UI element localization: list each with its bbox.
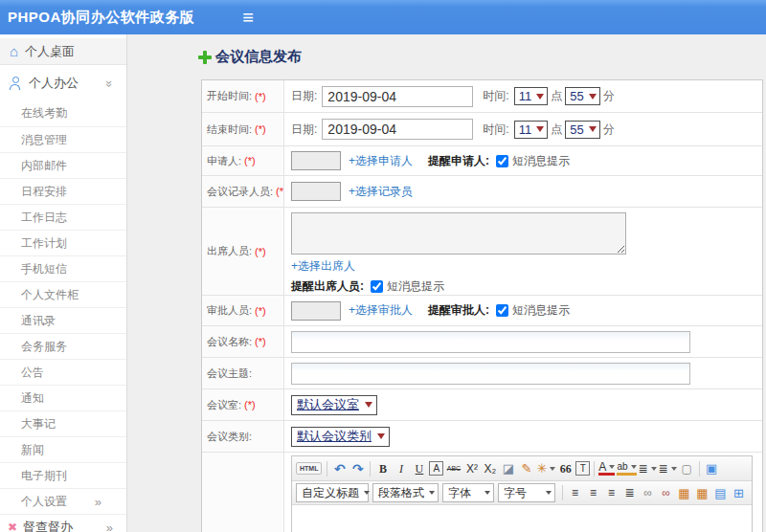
sidebar-item-supervision[interactable]: ✖ 督查督办 »	[0, 514, 126, 532]
align-center-icon[interactable]: ≡	[585, 484, 601, 501]
page-layout-icon[interactable]: ▤	[712, 484, 729, 501]
sidebar: ⌂ 个人桌面 个人办公 » 在线考勤 消息管理 内部邮件 日程安排 工作日志 工…	[0, 34, 127, 532]
sms-label: 短消息提示	[387, 278, 444, 295]
sidebar-item-meeting-service[interactable]: 会务服务	[0, 333, 126, 359]
dropdown-arrow-icon	[589, 126, 597, 132]
end-minute-select[interactable]: 55	[565, 121, 599, 139]
sidebar-item-sms[interactable]: 手机短信	[0, 255, 126, 281]
paragraph-format-select[interactable]: 段落格式	[372, 483, 439, 502]
sidebar-item-announcements[interactable]: 公告	[0, 359, 126, 385]
choose-attendees-link[interactable]: +选择出席人	[291, 258, 355, 275]
end-hour-select[interactable]: 11	[514, 121, 549, 139]
align-right-icon[interactable]: ≡	[603, 484, 620, 501]
unordered-list-icon[interactable]: ≣	[659, 460, 677, 477]
approver-input[interactable]	[291, 301, 341, 321]
image-icon[interactable]: ▦	[676, 484, 692, 501]
sidebar-item-office[interactable]: 个人办公 »	[0, 71, 126, 96]
unlink-icon[interactable]: ∞	[658, 484, 674, 501]
field-label: 审批人员:	[207, 303, 252, 318]
font-frame-icon[interactable]: A	[429, 461, 443, 476]
field-label: 申请人:	[207, 154, 241, 168]
applicant-input[interactable]	[291, 151, 341, 170]
italic-icon[interactable]: I	[393, 460, 409, 477]
font-family-select[interactable]: 字体	[442, 483, 494, 502]
editor-toolbar-row2: 自定义标题 段落格式 字体 字号 ≡ ≡ ≡ ≣ ∞ ∞ ▦ ▦ ▤	[292, 481, 752, 505]
underline-icon[interactable]: U	[411, 460, 427, 477]
start-hour-select[interactable]: 11	[514, 87, 549, 105]
strikethrough-icon[interactable]: ABC	[445, 460, 462, 477]
heading-style-select[interactable]: 自定义标题	[296, 483, 369, 502]
insert-image-icon[interactable]: ▦	[694, 484, 710, 501]
form-row-attendees: 出席人员:(*) +选择出席人 提醒出席人员: 短消息提示	[202, 208, 762, 296]
sidebar-item-messages[interactable]: 消息管理	[0, 126, 126, 152]
sidebar-item-events[interactable]: 大事记	[0, 410, 126, 436]
blockquote-icon[interactable]: 66	[557, 460, 574, 477]
sidebar-item-label: 督查督办	[23, 519, 73, 532]
required-mark: (*)	[255, 123, 266, 135]
sidebar-item-contacts[interactable]: 通讯录	[0, 307, 126, 333]
font-color-icon[interactable]: A	[598, 462, 615, 476]
fullscreen-icon[interactable]: ▣	[704, 460, 720, 477]
sidebar-item-e-journal[interactable]: 电子期刊	[0, 462, 126, 488]
form-row-end-time: 结束时间:(*) 日期: 时间: 11 点 55 分	[202, 113, 762, 146]
applicant-sms-checkbox[interactable]	[496, 155, 508, 167]
choose-recorder-link[interactable]: +选择记录员	[349, 184, 413, 200]
sidebar-item-attendance[interactable]: 在线考勤	[0, 100, 126, 126]
sidebar-item-work-log[interactable]: 工作日志	[0, 204, 126, 230]
dropdown-arrow-icon	[377, 433, 385, 439]
sidebar-item-work-plan[interactable]: 工作计划	[0, 230, 126, 255]
meeting-subject-input[interactable]	[291, 363, 690, 385]
required-mark: (*)	[255, 246, 266, 257]
approver-sms-checkbox[interactable]	[496, 304, 508, 317]
sidebar-item-desktop[interactable]: ⌂ 个人桌面	[0, 38, 126, 65]
dropdown-arrow-icon	[536, 126, 544, 132]
align-justify-icon[interactable]: ≣	[621, 484, 638, 501]
meeting-category-select[interactable]: 默认会议类别	[291, 427, 390, 447]
page-title: 会议信息发布	[198, 48, 302, 66]
superscript-icon[interactable]: X²	[463, 460, 480, 477]
choose-approver-link[interactable]: +选择审批人	[349, 302, 413, 319]
brush-icon[interactable]: ✎	[518, 460, 534, 477]
attendees-sms-checkbox[interactable]	[371, 280, 383, 293]
sidebar-item-news[interactable]: 新闻	[0, 436, 126, 462]
link-icon[interactable]: ∞	[640, 484, 656, 501]
start-minute-select[interactable]: 55	[565, 87, 599, 105]
field-label: 会议主题:	[207, 366, 252, 381]
choose-applicant-link[interactable]: +选择申请人	[349, 153, 413, 169]
sidebar-item-internal-mail[interactable]: 内部邮件	[0, 152, 126, 178]
menu-icon[interactable]: ≡	[242, 8, 254, 27]
editor-content-area[interactable]	[292, 505, 752, 532]
highlight-color-icon[interactable]: ab	[617, 462, 636, 476]
new-page-icon[interactable]: ▢	[679, 460, 695, 477]
ordered-list-icon[interactable]: ≣	[639, 460, 657, 477]
form-row-recorder: 会议记录人员:(*) +选择记录员	[202, 176, 762, 208]
attendees-textarea[interactable]	[291, 212, 626, 255]
align-left-icon[interactable]: ≡	[567, 484, 583, 501]
form-row-content-editor: HTML ↶ ↷ B I U A ABC X² X₂ ◪ ✎	[202, 453, 762, 532]
subscript-icon[interactable]: X₂	[482, 460, 498, 477]
end-date-input[interactable]	[322, 119, 473, 140]
sms-label: 短消息提示	[512, 153, 570, 169]
table-icon[interactable]: ⊞	[731, 484, 747, 501]
recorder-input[interactable]	[291, 182, 341, 201]
html-source-button[interactable]: HTML	[296, 462, 322, 475]
paste-icon[interactable]: T	[575, 461, 590, 476]
sidebar-item-personal-settings[interactable]: 个人设置 »	[0, 488, 126, 514]
sidebar-item-file-cabinet[interactable]: 个人文件柜	[0, 281, 126, 307]
font-size-select[interactable]: 字号	[498, 483, 555, 502]
undo-icon[interactable]: ↶	[331, 460, 348, 477]
required-mark: (*)	[255, 91, 266, 102]
format-wand-icon[interactable]: ✳	[536, 460, 555, 477]
meeting-name-input[interactable]	[291, 331, 690, 353]
meeting-room-select[interactable]: 默认会议室	[291, 395, 377, 415]
bold-icon[interactable]: B	[374, 460, 391, 477]
start-date-input[interactable]	[322, 86, 473, 107]
redo-icon[interactable]: ↷	[349, 460, 366, 477]
app-title: PHPOA协同办公软件政务版	[8, 9, 194, 27]
dropdown-arrow-icon	[536, 94, 544, 100]
shuffle-icon: ✖	[8, 521, 17, 532]
eraser-icon[interactable]: ◪	[500, 460, 516, 477]
sidebar-item-label: 个人桌面	[25, 43, 75, 60]
sidebar-item-schedule[interactable]: 日程安排	[0, 178, 126, 204]
sidebar-item-notices[interactable]: 通知	[0, 385, 126, 410]
